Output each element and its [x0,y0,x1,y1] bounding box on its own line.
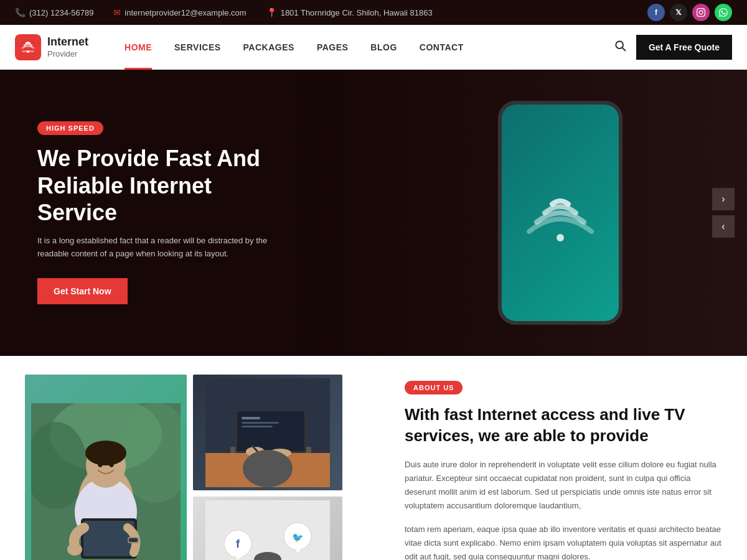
whatsapp-icon[interactable] [715,4,732,21]
hero-badge: HIGH SPEED [37,121,103,135]
svg-rect-27 [242,426,273,427]
logo-icon [15,34,41,60]
svg-point-13 [98,461,103,467]
email-contact: ✉ internetprovider12@example.com [113,7,246,17]
social-icons: f 𝕏 [647,4,732,21]
hero-desc: It is a long established fact that a rea… [37,235,286,261]
about-section: f 🐦 S W ABOUT US Wit [0,356,747,560]
phone-number: (312) 1234-56789 [29,8,93,17]
nav-pages[interactable]: PAGES [306,25,359,70]
brand-name: Internet [47,35,88,49]
svg-point-4 [557,234,564,241]
svg-point-31 [243,450,293,487]
nav-packages[interactable]: PACKAGES [232,25,306,70]
phone-body [498,101,622,325]
nav-links: HOME SERVICES PACKAGES PAGES BLOG CONTAC… [113,25,614,70]
svg-text:🐦: 🐦 [292,532,304,543]
top-bar: 📞 (312) 1234-56789 ✉ internetprovider12@… [0,0,747,25]
svg-text:f: f [236,538,240,550]
phone-mockup [498,101,635,325]
hero-section: HIGH SPEED We Provide Fast And Reliable … [0,70,747,356]
location-icon: 📍 [266,7,277,17]
about-para-1: Duis aute irure dolor in reprehenderit i… [405,458,722,513]
nav-contact[interactable]: CONTACT [408,25,475,70]
svg-line-3 [622,48,626,51]
facebook-icon[interactable]: f [647,4,665,21]
get-started-button[interactable]: Get Start Now [37,278,128,304]
svg-rect-25 [242,417,260,419]
nav-blog[interactable]: BLOG [359,25,408,70]
logo-text: Internet Provider [47,35,88,58]
instagram-icon[interactable] [692,4,710,21]
about-para-2: totam rem aperiam, eaque ipsa quae ab il… [405,523,722,560]
svg-point-14 [109,461,114,467]
svg-point-1 [27,50,29,53]
email-icon: ✉ [113,7,121,17]
social-bubbles-image: f 🐦 S W [193,497,342,560]
navbar: Internet Provider HOME SERVICES PACKAGES… [0,25,747,70]
phone-contact: 📞 (312) 1234-56789 [15,7,93,17]
hero-title: We Provide Fast And Reliable Internet Se… [37,145,286,226]
email-address: internetprovider12@example.com [125,8,246,17]
about-images: f 🐦 S W [0,356,386,560]
nav-home[interactable]: HOME [113,25,163,70]
svg-point-12 [85,441,126,465]
slider-arrows: › ‹ [712,188,735,238]
svg-rect-26 [242,422,279,424]
laptop-image [193,375,342,490]
phone-icon: 📞 [15,7,26,17]
about-badge: ABOUT US [405,381,463,394]
get-quote-button[interactable]: Get A Free Quote [636,35,732,60]
right-images: f 🐦 S W [193,356,342,560]
svg-point-17 [67,543,82,556]
about-text: ABOUT US With fast Internet access and l… [386,356,747,560]
nav-services[interactable]: SERVICES [163,25,232,70]
about-title: With fast Internet access and live TV se… [405,404,722,447]
brand-sub: Provider [47,49,88,59]
hero-content: HIGH SPEED We Provide Fast And Reliable … [0,121,324,304]
address-text: 1801 Thornridge Cir. Shiloh, Hawaii 8186… [281,8,433,17]
slider-prev-button[interactable]: ‹ [712,215,735,238]
twitter-icon[interactable]: 𝕏 [670,4,687,21]
address-contact: 📍 1801 Thornridge Cir. Shiloh, Hawaii 81… [266,7,433,17]
slider-next-button[interactable]: › [712,188,735,210]
logo[interactable]: Internet Provider [15,34,88,60]
svg-rect-32 [205,500,330,560]
phone-screen [502,105,619,321]
svg-rect-19 [129,538,138,542]
person-tablet-image [25,375,187,560]
search-icon[interactable] [614,39,626,55]
